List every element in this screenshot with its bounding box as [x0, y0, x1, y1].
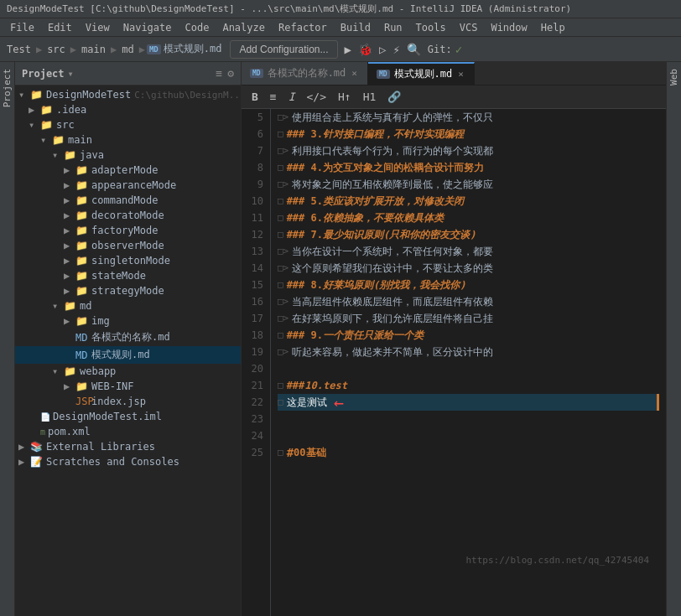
add-configuration-button[interactable]: Add Configuration...: [230, 40, 337, 59]
menu-navigate[interactable]: Navigate: [117, 20, 179, 35]
project-header: Project ▾ ≡ ⚙: [15, 62, 241, 85]
breadcrumb-test[interactable]: Test: [3, 42, 34, 57]
search-everywhere-icon[interactable]: 🔍: [405, 41, 423, 58]
breadcrumb-main[interactable]: main: [78, 42, 109, 57]
code-line-highlighted: □ 这是测试 ←: [278, 394, 659, 411]
tree-commandmode[interactable]: ▶ 📁 commandMode: [15, 193, 241, 208]
md-file-icon: MD: [75, 349, 89, 361]
tree-src[interactable]: ▾ 📁 src: [15, 117, 241, 132]
tree-strategymode[interactable]: ▶ 📁 strategyMode: [15, 283, 241, 298]
code-line: □ ### 10.test: [278, 377, 659, 394]
editor-text[interactable]: □> 使用组合走上系统与真有扩人的弹性，不仅只 □ ### 3. 针对接口编程，…: [271, 109, 666, 616]
tree-img[interactable]: ▶ 📁 img: [15, 313, 241, 329]
lib-icon: 📚: [30, 441, 44, 453]
tree-iml[interactable]: 📄 DesignModeTest.iml: [15, 409, 241, 424]
checkmark-icon[interactable]: ✓: [454, 41, 464, 58]
breadcrumb-src[interactable]: src: [44, 42, 69, 57]
main-layout: Project Project ▾ ≡ ⚙ ▾ 📁 DesignModeTest…: [0, 62, 681, 616]
menu-analyze[interactable]: Analyze: [216, 20, 272, 35]
menu-tools[interactable]: Tools: [409, 20, 453, 35]
scratches-icon: 📝: [30, 456, 44, 468]
tree-index-jsp[interactable]: JSP index.jsp: [15, 394, 241, 409]
jsp-file-icon: JSP: [75, 396, 89, 407]
tree-webapp[interactable]: ▾ 📁 webapp: [15, 364, 241, 379]
idea-label: .idea: [56, 104, 86, 116]
code-line: □> 利用接口代表每个行为，而行为的每个实现都: [278, 142, 659, 159]
collapse-all-icon[interactable]: ≡: [216, 67, 222, 80]
tree-idea[interactable]: ▶ 📁 .idea: [15, 102, 241, 117]
coverage-icon[interactable]: ▷: [377, 41, 387, 58]
breadcrumb-file[interactable]: MD 模式规则.md: [147, 42, 222, 56]
run-icon[interactable]: ▶: [343, 41, 353, 58]
bold-button[interactable]: B: [248, 89, 262, 105]
heading-up-button[interactable]: H↑: [335, 89, 355, 105]
tree-pom[interactable]: m pom.xml: [15, 424, 241, 439]
tree-appearancemode[interactable]: ▶ 📁 appearanceMode: [15, 178, 241, 193]
menu-refactor[interactable]: Refactor: [272, 20, 334, 35]
tree-statemode[interactable]: ▶ 📁 stateMode: [15, 268, 241, 283]
project-tab-label[interactable]: Project: [2, 69, 13, 107]
menu-build[interactable]: Build: [334, 20, 377, 35]
tree-scratches[interactable]: ▶ 📝 Scratches and Consoles: [15, 454, 241, 469]
folder-icon: 📁: [75, 380, 89, 392]
settings-icon[interactable]: ⚙: [227, 67, 234, 80]
folder-icon: 📁: [75, 240, 89, 251]
tree-webinf[interactable]: ▶ 📁 WEB-INF: [15, 379, 241, 394]
menu-help[interactable]: Help: [534, 20, 572, 35]
list-button[interactable]: ≡: [267, 89, 280, 105]
h1-button[interactable]: H1: [360, 89, 380, 105]
tree-decoratomode[interactable]: ▶ 📁 decoratoMode: [15, 208, 241, 223]
tree-md[interactable]: ▾ 📁 md: [15, 298, 241, 313]
editor-content[interactable]: 5 6 7 8 9 10 11 12 13 14 15 16 17 18 19 …: [242, 109, 666, 616]
tree-singletonmode[interactable]: ▶ 📁 singletonMode: [15, 253, 241, 268]
link-button[interactable]: 🔗: [384, 89, 404, 105]
profile-icon[interactable]: ⚡: [391, 41, 401, 58]
tab-moderules[interactable]: MD 模式规则.md ×: [368, 62, 475, 85]
code-line: □ ### 5. 类应该对扩展开放，对修改关闭: [278, 193, 659, 210]
breadcrumb-md[interactable]: md: [118, 42, 137, 57]
code-line: □ ### 8. 好莱坞原则(别找我，我会找你): [278, 277, 659, 293]
code-line: □> 将对象之间的互相依赖降到最低，使之能够应: [278, 176, 659, 193]
project-dropdown-icon[interactable]: ▾: [68, 68, 74, 80]
tree-mode-rules-md[interactable]: MD 模式规则.md: [15, 346, 241, 364]
menu-file[interactable]: File: [3, 20, 41, 35]
code-line: □ ### 7. 最少知识原则(只和你的密友交谈): [278, 226, 659, 243]
tree-java[interactable]: ▾ 📁 java: [15, 148, 241, 163]
folder-icon: 📁: [75, 315, 89, 327]
line-numbers: 5 6 7 8 9 10 11 12 13 14 15 16 17 18 19 …: [242, 109, 271, 616]
menu-edit[interactable]: Edit: [41, 20, 79, 35]
menu-vcs[interactable]: VCS: [453, 20, 485, 35]
tree-root[interactable]: ▾ 📁 DesignModeTest C:\github\DesignM...: [15, 87, 241, 102]
menu-view[interactable]: View: [79, 20, 117, 35]
folder-icon: 📁: [40, 119, 54, 131]
tree-observermode[interactable]: ▶ 📁 observerMode: [15, 238, 241, 253]
folder-icon: 📁: [40, 104, 54, 116]
menu-window[interactable]: Window: [484, 20, 533, 35]
folder-icon: 📁: [64, 300, 77, 312]
tree-main[interactable]: ▾ 📁 main: [15, 132, 241, 148]
project-side-tab[interactable]: Project: [0, 62, 15, 616]
tree-adaptermode[interactable]: ▶ 📁 adapterMode: [15, 163, 241, 178]
code-line: □> 在好莱坞原则下，我们允许底层组件将自己挂: [278, 310, 659, 327]
menu-code[interactable]: Code: [179, 20, 216, 35]
debug-icon[interactable]: 🐞: [356, 41, 374, 58]
tab-moderules-close[interactable]: ×: [456, 69, 465, 80]
tab-gemode[interactable]: MD 各模式的名称.md ×: [242, 62, 368, 85]
code-button[interactable]: </>: [303, 89, 329, 105]
tree-external-libs[interactable]: ▶ 📚 External Libraries: [15, 439, 241, 454]
red-arrow-icon: ←: [334, 394, 344, 411]
italic-button[interactable]: I: [285, 89, 299, 105]
folder-icon: 📁: [64, 365, 77, 377]
menu-run[interactable]: Run: [377, 20, 409, 35]
tree-gemode-md[interactable]: MD 各模式的名称.md: [15, 329, 241, 346]
web-side-tab[interactable]: Web: [666, 62, 681, 616]
tab-moderules-label: 模式规则.md: [394, 67, 453, 81]
folder-icon: 📁: [75, 164, 89, 176]
code-line: [278, 427, 659, 444]
folder-icon: 📁: [75, 270, 89, 282]
project-panel: Project ▾ ≡ ⚙ ▾ 📁 DesignModeTest C:\gith…: [15, 62, 242, 616]
tab-gemode-close[interactable]: ×: [350, 68, 359, 79]
xml-icon: m: [40, 427, 45, 437]
web-tab-label[interactable]: Web: [668, 69, 679, 85]
tree-factorymode[interactable]: ▶ 📁 factoryMode: [15, 223, 241, 238]
